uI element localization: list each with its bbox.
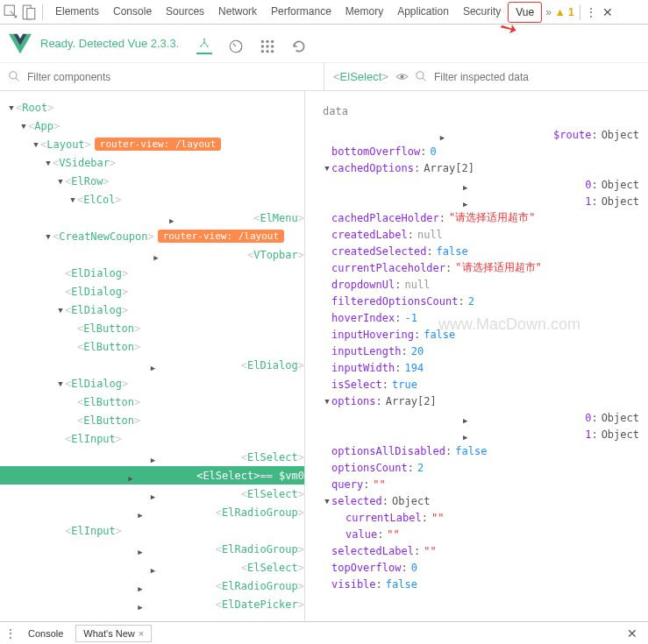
tree-node-vtopbar[interactable]: <VTopbar>	[0, 245, 304, 264]
close-devtools-icon[interactable]: ✕	[597, 5, 618, 19]
svg-point-13	[271, 45, 274, 47]
devtools-tab-performance[interactable]: Performance	[264, 2, 338, 23]
devtools-tab-memory[interactable]: Memory	[338, 2, 390, 23]
drawer-tab-whatsnew[interactable]: What's New ×	[75, 625, 152, 642]
refresh-icon[interactable]	[291, 39, 307, 54]
prop-1[interactable]: 1: Object	[323, 426, 639, 442]
prop-cachedPlaceHolder[interactable]: cachedPlaceHolder: "请选择适用超市"	[323, 209, 639, 226]
prop-currentPlaceholder[interactable]: currentPlaceholder: "请选择适用超市"	[323, 259, 639, 276]
filter-components-input[interactable]	[27, 71, 315, 83]
prop-currentLabel[interactable]: currentLabel: ""	[323, 509, 639, 526]
svg-point-6	[203, 41, 205, 43]
filter-row: <ElSelect>	[0, 63, 648, 91]
prop-createdLabel[interactable]: createdLabel: null	[323, 226, 639, 243]
tree-node-elmenu[interactable]: <ElMenu>	[0, 209, 304, 227]
device-icon[interactable]	[21, 4, 37, 20]
inspect-icon[interactable]	[4, 4, 19, 20]
status-text: Ready. Detected Vue 2.3.3.	[40, 37, 179, 50]
prop-topOverflow[interactable]: topOverflow: 0	[323, 559, 639, 576]
svg-point-8	[261, 39, 264, 42]
svg-point-19	[417, 72, 424, 79]
svg-point-15	[267, 49, 269, 52]
eye-icon[interactable]	[395, 70, 409, 83]
devtools-tab-sources[interactable]: Sources	[159, 2, 211, 23]
tree-node-elbutton[interactable]: <ElButton>	[0, 393, 304, 411]
drawer-more-icon[interactable]: ⋮	[5, 627, 16, 640]
data-header: data	[323, 105, 639, 117]
prop-dropdownUl[interactable]: dropdownUl: null	[323, 276, 639, 293]
devtools-tab-network[interactable]: Network	[211, 2, 264, 23]
svg-point-16	[271, 49, 274, 52]
prop-$route[interactable]: $route: Object	[323, 126, 639, 143]
main-panels: <Root><App><Layout>router-view: /layout<…	[0, 91, 648, 621]
svg-point-17	[10, 72, 17, 79]
drawer-bar: ⋮ Console What's New × ✕	[0, 621, 648, 644]
svg-point-9	[267, 39, 269, 42]
tree-node-elbutton[interactable]: <ElButton>	[0, 319, 304, 337]
devtools-tab-vue[interactable]: Vue	[508, 2, 542, 23]
component-tree[interactable]: <Root><App><Layout>router-view: /layout<…	[0, 91, 305, 621]
svg-point-4	[201, 45, 203, 46]
vue-status-bar: Ready. Detected Vue 2.3.3.	[0, 25, 648, 63]
devtools-tab-security[interactable]: Security	[456, 2, 508, 23]
prop-selected[interactable]: selected: Object	[323, 492, 639, 509]
tree-node-elradiogroup[interactable]: <ElRadioGroup>	[0, 503, 304, 521]
tree-node-elrow[interactable]: <ElRow>	[0, 172, 304, 190]
vue-logo-icon	[9, 32, 32, 55]
prop-optionsCount[interactable]: optionsCount: 2	[323, 459, 639, 476]
svg-rect-2	[27, 8, 35, 18]
tree-node-root[interactable]: <Root>	[0, 98, 304, 117]
tree-node-eldatepicker[interactable]: <ElDatePicker>	[0, 595, 304, 613]
warning-badge[interactable]: ▲ 1	[555, 6, 574, 18]
selected-component-label: <ElSelect>	[333, 70, 388, 83]
tree-node-app[interactable]: <App>	[0, 117, 304, 135]
prop-createdSelected[interactable]: createdSelected: false	[323, 243, 639, 259]
prop-value[interactable]: value: ""	[323, 526, 639, 542]
search-icon	[416, 71, 427, 82]
svg-point-5	[207, 45, 209, 46]
svg-point-11	[261, 45, 264, 47]
drawer-tab-console[interactable]: Console	[21, 626, 70, 641]
vuex-tab-icon[interactable]	[228, 39, 244, 54]
prop-selectedLabel[interactable]: selectedLabel: ""	[323, 542, 639, 559]
data-panel: data $route: ObjectbottomOverflow: 0cach…	[305, 91, 648, 621]
prop-isSelect[interactable]: isSelect: true	[323, 376, 639, 393]
prop-filteredOptionsCount[interactable]: filteredOptionsCount: 2	[323, 293, 639, 309]
devtools-tab-console[interactable]: Console	[106, 2, 159, 23]
prop-optionsAllDisabled[interactable]: optionsAllDisabled: false	[323, 442, 639, 459]
svg-point-14	[261, 49, 264, 52]
svg-point-10	[271, 39, 274, 42]
tree-node-eldialog[interactable]: <ElDialog>	[0, 356, 304, 374]
prop-inputLength[interactable]: inputLength: 20	[323, 343, 639, 359]
tree-node-vsidebar[interactable]: <VSidebar>	[0, 153, 304, 172]
svg-point-18	[401, 75, 404, 79]
prop-inputWidth[interactable]: inputWidth: 194	[323, 359, 639, 376]
devtools-tabbar: ElementsConsoleSourcesNetworkPerformance…	[0, 0, 648, 25]
devtools-tab-elements[interactable]: Elements	[48, 2, 106, 23]
tree-node-eldialog[interactable]: <ElDialog>	[0, 301, 304, 319]
prop-inputHovering[interactable]: inputHovering: false	[323, 326, 639, 343]
prop-query[interactable]: query: ""	[323, 476, 639, 492]
tree-node-eldialog[interactable]: <ElDialog>	[0, 282, 304, 301]
drawer-close-icon[interactable]: ✕	[622, 626, 643, 640]
events-tab-icon[interactable]	[260, 39, 275, 54]
tree-node-layout[interactable]: <Layout>router-view: /layout	[0, 135, 304, 153]
prop-1[interactable]: 1: Object	[323, 193, 639, 209]
components-tab-icon[interactable]	[196, 39, 212, 54]
filter-data-input[interactable]	[434, 71, 639, 83]
svg-point-3	[203, 39, 205, 40]
svg-point-12	[267, 45, 269, 47]
devtools-tab-application[interactable]: Application	[390, 2, 456, 23]
more-icon[interactable]: ⋮	[586, 6, 595, 18]
prop-visible[interactable]: visible: false	[323, 576, 639, 592]
prop-hoverIndex[interactable]: hoverIndex: -1	[323, 309, 639, 326]
search-icon	[9, 71, 20, 82]
tree-node-elbutton[interactable]: <ElButton>	[0, 411, 304, 429]
